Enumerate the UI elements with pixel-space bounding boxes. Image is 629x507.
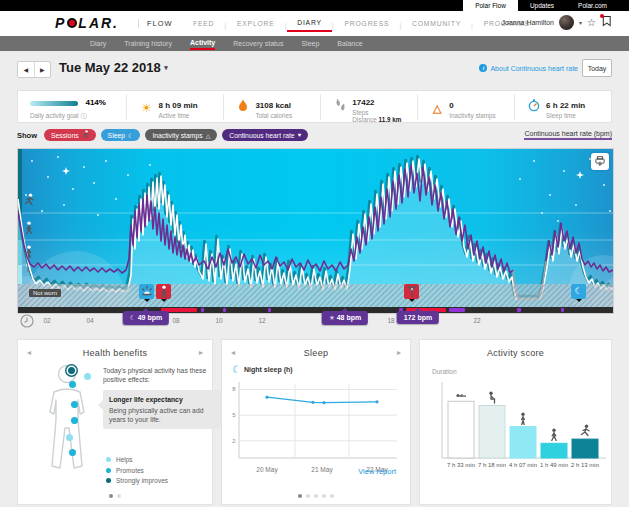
- session-badge-moonbadge[interactable]: ☾: [571, 284, 586, 299]
- bar-label-0: 7 h 33 min: [447, 462, 475, 468]
- filter-chip-inactivity-stamps[interactable]: Inactivity stamps△: [145, 129, 217, 141]
- nav-item-community[interactable]: COMMUNITY: [402, 20, 471, 31]
- about-chr-link[interactable]: i About Continuous heart rate: [479, 64, 578, 72]
- pagination-dot[interactable]: [306, 494, 310, 498]
- main-header: PLAR. FLOW FEED|EXPLORE|DIARY|PROGRESS|C…: [0, 11, 629, 36]
- filter-chip-continuous-heart-rate[interactable]: Continuous heart rate♥: [222, 129, 308, 141]
- health-pagination: [18, 494, 212, 498]
- session-badge-gym[interactable]: .st{fill:none;stroke:#fff;stroke-width:1…: [404, 284, 419, 299]
- session-badge-sunrise[interactable]: .st{fill:none;stroke:#fff;stroke-width:1…: [139, 284, 154, 299]
- pagination-dot[interactable]: [330, 494, 334, 498]
- notifications-flag-icon[interactable]: [601, 15, 612, 30]
- date-label: Tue May 22 2018: [59, 60, 161, 75]
- health-intro-text: Today's physical activity has these posi…: [103, 366, 209, 384]
- legend-label: Promotes: [116, 467, 144, 474]
- stat-value: 3108 kcal: [255, 101, 291, 110]
- footsteps-icon: [335, 99, 346, 112]
- nav-item-progress[interactable]: PROGRESS: [334, 20, 399, 31]
- running-level-icon: .st{fill:none;stroke:#fff;stroke-width:1…: [24, 193, 36, 206]
- subnav-item-balance[interactable]: Balance: [337, 38, 362, 49]
- timeline-segment: [201, 308, 204, 312]
- health-card-title: Health benefits: [18, 348, 212, 358]
- night-sleep-label: Night sleep (h): [244, 366, 293, 373]
- avatar[interactable]: [559, 15, 574, 30]
- site-tab-updates[interactable]: Updates: [518, 0, 566, 11]
- next-day-button[interactable]: ▶: [35, 62, 51, 77]
- info-icon: i: [479, 64, 487, 72]
- duration-bar-chart: .st{fill:none;stroke:#555;stroke-width:1…: [428, 380, 608, 472]
- legend-helps: Helps: [106, 456, 168, 463]
- site-tab-polarcom[interactable]: Polar.com: [566, 0, 619, 11]
- session-badge-walk[interactable]: .st{fill:none;stroke:#fff;stroke-width:1…: [156, 284, 171, 299]
- steps-stat-icon: [333, 98, 347, 116]
- nav-item-diary[interactable]: DIARY: [287, 19, 332, 32]
- site-tab-polarflow[interactable]: Polar Flow: [463, 0, 518, 11]
- activity-goal-progressbar: [30, 101, 78, 106]
- about-chr-label: About Continuous heart rate: [490, 65, 578, 72]
- date-picker[interactable]: Tue May 22 2018 ▾: [59, 60, 168, 75]
- activity-score-card: Activity score Duration .st{fill:none;st…: [419, 339, 612, 505]
- subnav-item-training-history[interactable]: Training history: [124, 38, 172, 49]
- date-row: ◀ ▶ Tue May 22 2018 ▾ i About Continuous…: [17, 58, 612, 82]
- prev-day-button[interactable]: ◀: [18, 62, 35, 77]
- polar-logo[interactable]: PLAR.: [55, 15, 119, 31]
- polar-flow-activity-page: Polar FlowUpdatesPolar.com PLAR. FLOW FE…: [0, 0, 629, 507]
- stopwatch-icon: [528, 99, 540, 112]
- legend-promotes: Promotes: [106, 467, 168, 474]
- sleep-card: ◂ Sleep ▸ ☾ Night sleep (h) 85220 May21 …: [221, 339, 411, 505]
- filter-chip-sleep[interactable]: Sleep☾: [101, 129, 141, 141]
- sleep-next-icon[interactable]: ▸: [397, 348, 401, 357]
- hr-chart-canvas: .st{fill:none;stroke:#fff;stroke-width:1…: [18, 149, 613, 307]
- legend-label: Strongly improves: [116, 477, 168, 484]
- stat-active-time: ☀8 h 09 minActive time: [126, 94, 223, 120]
- sitting-icon: .st{fill:none;stroke:#555;stroke-width:1…: [487, 391, 499, 404]
- logo-text-p: P: [55, 15, 66, 31]
- stat-label: Steps: [352, 109, 401, 116]
- goal-info-icon[interactable]: ⓘ: [80, 112, 86, 119]
- bpm-badge-172-bpm: 172 bpm: [397, 311, 439, 324]
- health-tip-title: Longer life expectancy: [109, 395, 215, 404]
- nav-item-feed[interactable]: FEED: [183, 20, 224, 31]
- activity-goal-label: Daily activity goal: [30, 112, 79, 119]
- stat-value: 0: [449, 101, 453, 110]
- nav-item-explore[interactable]: EXPLORE: [227, 20, 285, 31]
- bpm-badge-48-bpm: ☀48 bpm: [322, 311, 368, 325]
- chip-label: Inactivity stamps: [152, 132, 202, 139]
- today-button[interactable]: Today: [582, 59, 612, 77]
- hour-label-18: 18: [387, 317, 394, 324]
- subnav-item-activity[interactable]: Activity: [190, 37, 215, 50]
- pagination-dot[interactable]: [117, 494, 121, 498]
- pagination-dot[interactable]: [298, 494, 302, 498]
- pagination-dot[interactable]: [322, 494, 326, 498]
- inactivity-triangle-icon: △: [433, 102, 441, 114]
- pagination-dot[interactable]: [314, 494, 318, 498]
- print-chart-button[interactable]: [591, 153, 609, 170]
- runner-icon: .st{fill:none;stroke:#fff;stroke-width:1…: [82, 130, 89, 139]
- chip-label: Sessions: [51, 132, 79, 139]
- view-report-link[interactable]: View report: [358, 467, 396, 476]
- subnav-item-sleep[interactable]: Sleep: [301, 38, 319, 49]
- health-next-icon[interactable]: ▸: [199, 348, 203, 357]
- stat-label: Inactivity stamps: [449, 112, 496, 119]
- favorites-star-icon[interactable]: ☆: [587, 17, 596, 29]
- svg-text:5: 5: [232, 412, 236, 418]
- stat-value: 6 h 22 min: [546, 101, 585, 110]
- pagination-dot[interactable]: [109, 494, 113, 498]
- heart-icon: ♥: [298, 132, 302, 138]
- sleep-card-title: Sleep: [222, 348, 410, 358]
- bar-label-3: 1 h 49 min: [540, 462, 568, 468]
- svg-text:2: 2: [232, 438, 236, 444]
- bpm-value: 48 bpm: [337, 314, 362, 321]
- filter-chip-sessions[interactable]: Sessions.st{fill:none;stroke:#fff;stroke…: [44, 129, 96, 141]
- subnav-item-recovery-status[interactable]: Recovery status: [233, 38, 283, 49]
- stat-label: Total calories: [255, 112, 292, 119]
- not-worn-band: [18, 284, 613, 307]
- triangle-stat-icon: △: [430, 98, 444, 116]
- legend-label: Helps: [116, 456, 133, 463]
- subnav-item-diary[interactable]: Diary: [90, 38, 106, 49]
- triangle-icon: △: [206, 132, 211, 139]
- continuous-hr-chart[interactable]: .st{fill:none;stroke:#fff;stroke-width:1…: [17, 148, 614, 314]
- chevron-down-icon[interactable]: ▾: [579, 19, 582, 26]
- show-filter-row: Show Sessions.st{fill:none;stroke:#fff;s…: [17, 127, 612, 143]
- night-sleep-chart: 85220 May21 May22 May: [231, 380, 403, 480]
